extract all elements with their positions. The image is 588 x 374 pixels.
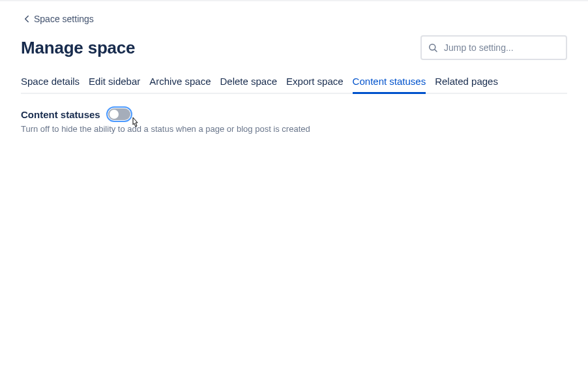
- tab-delete-space[interactable]: Delete space: [220, 76, 278, 94]
- chevron-left-icon: [21, 13, 33, 25]
- tabs-container: Space details Edit sidebar Archive space…: [21, 74, 567, 94]
- tab-content-statuses[interactable]: Content statuses: [353, 76, 426, 94]
- content-statuses-section: Content statuses Turn off to hide the ab…: [21, 108, 567, 134]
- tab-related-pages[interactable]: Related pages: [435, 76, 498, 94]
- breadcrumb-back[interactable]: Space settings: [21, 1, 94, 25]
- toggle-knob: [110, 110, 119, 119]
- tab-export-space[interactable]: Export space: [286, 76, 344, 94]
- section-description: Turn off to hide the ability to add a st…: [21, 124, 567, 134]
- page-title: Manage space: [21, 38, 135, 58]
- search-container[interactable]: [420, 35, 567, 60]
- breadcrumb-label: Space settings: [34, 14, 94, 24]
- section-label: Content statuses: [21, 109, 100, 120]
- search-icon: [427, 42, 439, 54]
- tab-edit-sidebar[interactable]: Edit sidebar: [89, 76, 140, 94]
- search-input[interactable]: [444, 42, 561, 53]
- tab-archive-space[interactable]: Archive space: [149, 76, 211, 94]
- svg-point-0: [430, 44, 435, 50]
- content-statuses-toggle[interactable]: [108, 108, 130, 120]
- tab-space-details[interactable]: Space details: [21, 76, 80, 94]
